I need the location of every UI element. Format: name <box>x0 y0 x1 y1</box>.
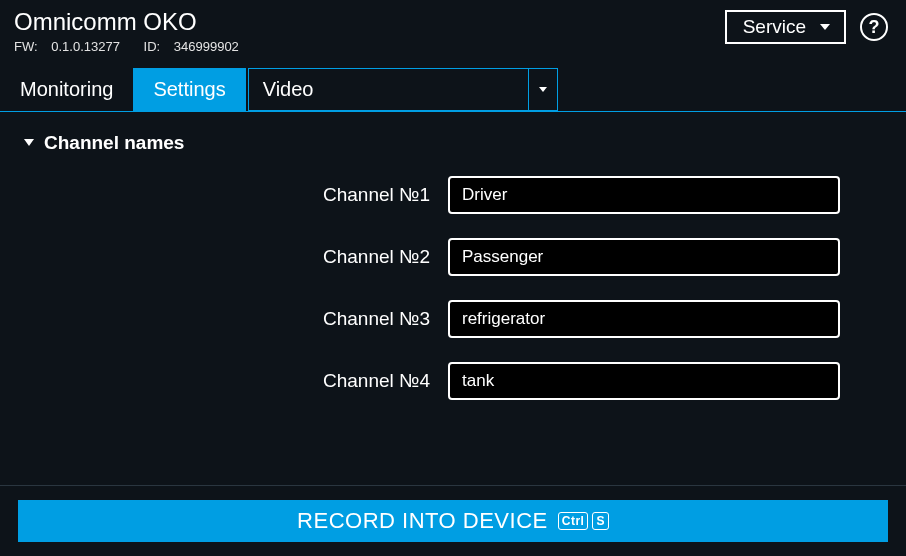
channel-row: Channel №1 <box>18 176 888 214</box>
channel-form: Channel №1 Channel №2 Channel №3 Channel… <box>18 176 888 400</box>
tab-bar: Monitoring Settings Video <box>0 68 906 112</box>
tab-monitoring[interactable]: Monitoring <box>0 68 133 111</box>
content-area: Channel names Channel №1 Channel №2 Chan… <box>0 112 906 400</box>
chevron-down-icon <box>539 87 547 92</box>
help-icon: ? <box>869 17 880 38</box>
settings-category-value[interactable]: Video <box>248 68 528 111</box>
service-label: Service <box>743 16 806 38</box>
section-toggle-channel-names[interactable]: Channel names <box>18 132 888 154</box>
channel-label: Channel №2 <box>18 246 448 268</box>
tab-settings[interactable]: Settings <box>133 68 245 111</box>
service-menu-button[interactable]: Service <box>725 10 846 44</box>
settings-category-select[interactable]: Video <box>248 68 558 111</box>
section-title: Channel names <box>44 132 184 154</box>
footer: RECORD INTO DEVICE Ctrl S <box>0 485 906 542</box>
settings-category-caret[interactable] <box>528 68 558 111</box>
channel-row: Channel №4 <box>18 362 888 400</box>
channel-label: Channel №4 <box>18 370 448 392</box>
channel-row: Channel №3 <box>18 300 888 338</box>
record-label: RECORD INTO DEVICE <box>297 508 548 534</box>
channel-1-input[interactable] <box>448 176 840 214</box>
header-left: Omnicomm OKO FW: 0.1.0.13277 ID: 3469999… <box>14 8 259 54</box>
channel-label: Channel №3 <box>18 308 448 330</box>
shortcut-hint: Ctrl S <box>558 512 609 530</box>
kbd-s: S <box>592 512 609 530</box>
triangle-down-icon <box>24 139 34 146</box>
channel-4-input[interactable] <box>448 362 840 400</box>
channel-2-input[interactable] <box>448 238 840 276</box>
app-title: Omnicomm OKO <box>14 8 259 37</box>
chevron-down-icon <box>820 24 830 30</box>
header-meta: FW: 0.1.0.13277 ID: 346999902 <box>14 39 259 54</box>
channel-row: Channel №2 <box>18 238 888 276</box>
channel-3-input[interactable] <box>448 300 840 338</box>
id-label: ID: 346999902 <box>144 39 249 54</box>
app-header: Omnicomm OKO FW: 0.1.0.13277 ID: 3469999… <box>0 0 906 58</box>
help-button[interactable]: ? <box>860 13 888 41</box>
record-into-device-button[interactable]: RECORD INTO DEVICE Ctrl S <box>18 500 888 542</box>
kbd-ctrl: Ctrl <box>558 512 589 530</box>
fw-label: FW: 0.1.0.13277 <box>14 39 130 54</box>
channel-label: Channel №1 <box>18 184 448 206</box>
header-right: Service ? <box>725 10 888 44</box>
